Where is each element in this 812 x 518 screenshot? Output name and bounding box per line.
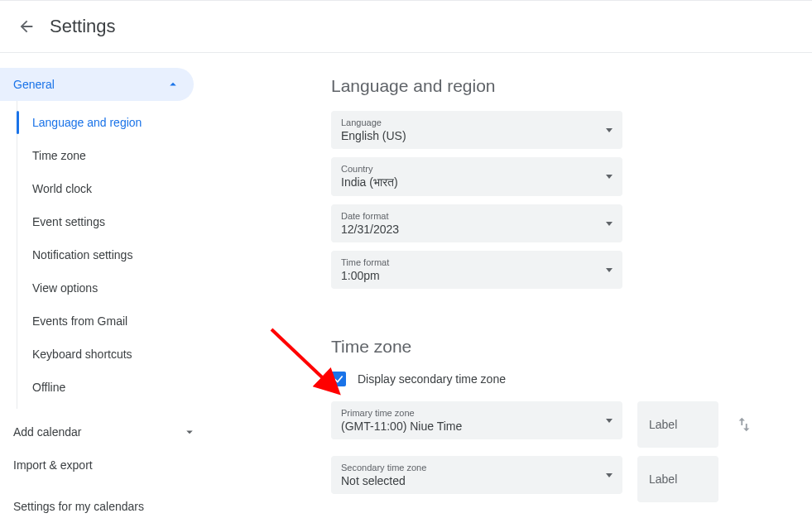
primary-tz-value: (GMT-11:00) Niue Time (341, 420, 462, 433)
language-dropdown-label: Language (341, 118, 406, 127)
secondary-tz-value: Not selected (341, 474, 426, 487)
back-button[interactable] (10, 10, 43, 43)
sidebar-item-events-gmail[interactable]: Events from Gmail (17, 305, 214, 338)
sidebar-item-notification-settings[interactable]: Notification settings (17, 238, 214, 271)
dropdown-caret-icon (606, 175, 613, 179)
country-dropdown[interactable]: Country India (भारत) (331, 157, 622, 196)
sidebar-item-time-zone[interactable]: Time zone (17, 139, 214, 172)
date-format-dropdown[interactable]: Date format 12/31/2023 (331, 204, 622, 242)
time-format-label: Time format (341, 257, 389, 267)
check-icon (333, 373, 344, 385)
chevron-up-icon (166, 77, 180, 92)
swap-timezones-button[interactable] (733, 401, 755, 448)
secondary-tz-label: Secondary time zone (341, 463, 426, 472)
sidebar-item-world-clock[interactable]: World clock (17, 172, 214, 205)
language-dropdown-value: English (US) (341, 129, 406, 142)
sidebar-section-general[interactable]: General (0, 68, 194, 101)
dropdown-caret-icon (606, 419, 613, 423)
time-format-dropdown[interactable]: Time format 1:00pm (331, 251, 622, 289)
country-dropdown-value: India (भारत) (341, 175, 398, 189)
sidebar-subtitle: Settings for my calendars (0, 482, 214, 518)
country-dropdown-label: Country (341, 164, 398, 174)
section-title-language-region: Language and region (331, 76, 812, 96)
chevron-down-icon (182, 424, 197, 439)
secondary-tz-label-input[interactable]: Label (637, 456, 718, 502)
section-title-time-zone: Time zone (331, 337, 812, 357)
sidebar: General Language and region Time zone Wo… (0, 53, 214, 518)
main-content: Language and region Language English (US… (214, 53, 812, 518)
date-format-label: Date format (341, 211, 399, 221)
dropdown-caret-icon (606, 222, 613, 226)
sidebar-item-event-settings[interactable]: Event settings (17, 205, 214, 238)
language-dropdown[interactable]: Language English (US) (331, 111, 622, 149)
sidebar-item-keyboard-shortcuts[interactable]: Keyboard shortcuts (17, 338, 214, 371)
dropdown-caret-icon (606, 268, 613, 272)
date-format-value: 12/31/2023 (341, 223, 399, 236)
sidebar-nav-group: Language and region Time zone World cloc… (17, 101, 214, 409)
primary-timezone-dropdown[interactable]: Primary time zone (GMT-11:00) Niue Time (331, 401, 622, 439)
dropdown-caret-icon (606, 128, 613, 132)
sidebar-import-export[interactable]: Import & export (0, 448, 214, 482)
swap-vert-icon (735, 415, 753, 434)
top-bar: Settings (0, 0, 812, 53)
page-title: Settings (50, 16, 116, 37)
primary-tz-label-input[interactable]: Label (637, 401, 718, 448)
display-secondary-tz-checkbox[interactable] (331, 372, 346, 386)
secondary-timezone-dropdown[interactable]: Secondary time zone Not selected (331, 456, 622, 494)
sidebar-item-offline[interactable]: Offline (17, 371, 214, 404)
sidebar-add-calendar[interactable]: Add calendar (0, 415, 214, 448)
sidebar-item-language-region[interactable]: Language and region (17, 106, 214, 139)
time-format-value: 1:00pm (341, 269, 389, 282)
arrow-left-icon (17, 17, 36, 36)
dropdown-caret-icon (606, 473, 613, 477)
primary-tz-label: Primary time zone (341, 408, 462, 418)
display-secondary-tz-label: Display secondary time zone (358, 372, 506, 386)
sidebar-section-label: General (13, 78, 55, 91)
sidebar-item-view-options[interactable]: View options (17, 271, 214, 305)
